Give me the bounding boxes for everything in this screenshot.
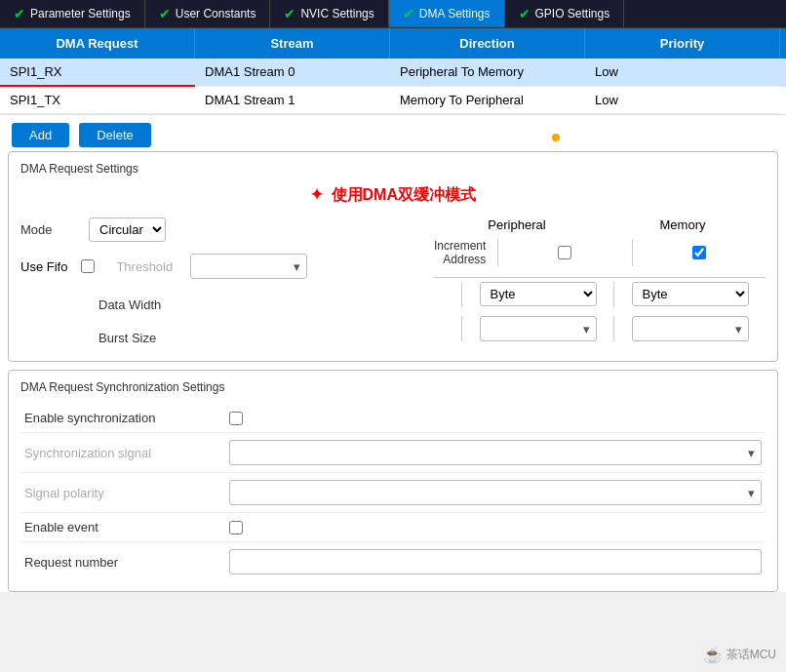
table-body: SPI1_RX DMA1 Stream 0 Peripheral To Memo… bbox=[0, 59, 786, 115]
col-dma-request: DMA Request bbox=[0, 28, 195, 59]
cell-priority: Low bbox=[585, 59, 780, 87]
delete-button[interactable]: Delete bbox=[79, 123, 151, 147]
cell-stream: DMA1 Stream 0 bbox=[195, 59, 390, 87]
burst-peripheral-dropdown[interactable]: ▾ bbox=[480, 316, 597, 341]
tab-nvic-settings[interactable]: ✔ NVIC Settings bbox=[270, 0, 388, 27]
data-width-label: Data Width bbox=[98, 297, 161, 312]
memory-col-header: Memory bbox=[608, 217, 759, 232]
peripheral-increment-checkbox[interactable] bbox=[558, 246, 571, 259]
table-row[interactable]: SPI1_RX DMA1 Stream 0 Peripheral To Memo… bbox=[0, 59, 786, 87]
signal-polarity-dropdown[interactable]: ▾ bbox=[229, 480, 762, 505]
col-priority: Priority bbox=[585, 28, 780, 59]
cell-dma: SPI1_RX bbox=[0, 59, 195, 87]
tab-user-constants[interactable]: ✔ User Constants bbox=[145, 0, 271, 27]
mode-label: Mode bbox=[20, 222, 79, 237]
watermark: ☕ 茶话MCU bbox=[703, 646, 776, 664]
tab-dma-settings[interactable]: ✔ DMA Settings bbox=[389, 0, 505, 27]
add-button[interactable]: Add bbox=[12, 123, 69, 147]
dma-settings-title: DMA Request Settings bbox=[20, 162, 766, 176]
burst-size-label: Burst Size bbox=[98, 331, 156, 345]
dw-peripheral-select[interactable]: Byte Half Word Word bbox=[480, 282, 597, 306]
star-icon: ✦ bbox=[310, 186, 323, 203]
tab-parameter-settings[interactable]: ✔ Parameter Settings bbox=[0, 0, 145, 27]
use-fifo-checkbox[interactable] bbox=[81, 259, 95, 273]
dma-request-settings-section: DMA Request Settings ✦ 使用DMA双缓冲模式 Mode C… bbox=[8, 151, 778, 362]
cell-priority: Low bbox=[585, 87, 780, 114]
cell-stream: DMA1 Stream 1 bbox=[195, 87, 390, 114]
request-number-input[interactable] bbox=[229, 549, 762, 574]
annotation-text: 使用DMA双缓冲模式 bbox=[332, 186, 476, 203]
enable-sync-checkbox[interactable] bbox=[229, 412, 243, 425]
memory-increment-checkbox[interactable] bbox=[692, 246, 706, 259]
check-icon: ✔ bbox=[159, 6, 171, 21]
cell-dma: SPI1_TX bbox=[0, 87, 195, 114]
signal-polarity-label: Signal polarity bbox=[24, 486, 219, 500]
enable-sync-label: Enable synchronization bbox=[24, 411, 219, 425]
sync-row-sync-signal: Synchronization signal ▾ bbox=[20, 433, 766, 473]
check-icon: ✔ bbox=[403, 6, 414, 21]
burst-memory-dropdown[interactable]: ▾ bbox=[632, 316, 749, 341]
dw-memory-select[interactable]: Byte Half Word Word bbox=[632, 282, 749, 306]
sync-signal-label: Synchronization signal bbox=[24, 446, 219, 460]
peripheral-col-header: Peripheral bbox=[442, 217, 593, 232]
sync-row-enable-event: Enable event bbox=[20, 513, 766, 542]
inc-addr-label: Increment Address bbox=[434, 239, 497, 266]
sync-settings-title: DMA Request Synchronization Settings bbox=[20, 380, 766, 394]
main-content: DMA Request Stream Direction Priority SP… bbox=[0, 28, 786, 592]
enable-event-checkbox[interactable] bbox=[229, 521, 243, 534]
threshold-label: Threshold bbox=[116, 259, 173, 274]
annotation-row: ✦ 使用DMA双缓冲模式 bbox=[20, 185, 766, 206]
enable-event-label: Enable event bbox=[24, 520, 219, 534]
request-number-label: Request number bbox=[24, 555, 219, 570]
sync-row-signal-polarity: Signal polarity ▾ bbox=[20, 473, 766, 513]
sync-signal-dropdown[interactable]: ▾ bbox=[229, 440, 762, 465]
col-stream: Stream bbox=[195, 28, 390, 59]
sync-row-enable-sync: Enable synchronization bbox=[20, 404, 766, 433]
cell-direction: Peripheral To Memory bbox=[390, 59, 585, 87]
orange-dot bbox=[552, 134, 560, 141]
cell-direction: Memory To Peripheral bbox=[390, 87, 585, 114]
tab-gpio-settings[interactable]: ✔ GPIO Settings bbox=[505, 0, 625, 27]
table-row[interactable]: SPI1_TX DMA1 Stream 1 Memory To Peripher… bbox=[0, 87, 786, 114]
table-header: DMA Request Stream Direction Priority bbox=[0, 28, 786, 59]
use-fifo-label: Use Fifo bbox=[20, 259, 67, 274]
sync-row-request-number: Request number bbox=[20, 542, 766, 581]
check-icon: ✔ bbox=[14, 6, 25, 21]
tab-bar: ✔ Parameter Settings ✔ User Constants ✔ … bbox=[0, 0, 786, 28]
check-icon: ✔ bbox=[519, 6, 531, 21]
threshold-dropdown[interactable]: ▾ bbox=[190, 254, 307, 279]
col-direction: Direction bbox=[390, 28, 585, 59]
mode-select[interactable]: Circular Normal bbox=[89, 217, 166, 242]
sync-settings-section: DMA Request Synchronization Settings Ena… bbox=[8, 370, 778, 592]
check-icon: ✔ bbox=[284, 6, 295, 21]
